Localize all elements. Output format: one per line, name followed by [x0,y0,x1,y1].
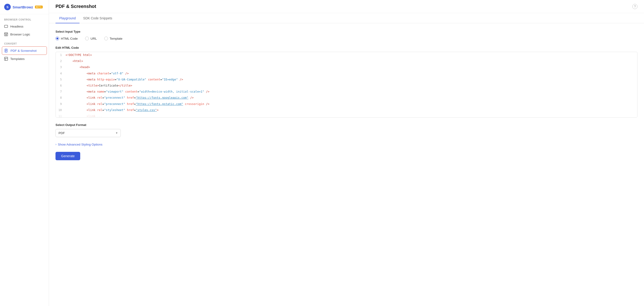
radio-template[interactable]: Template [104,36,122,40]
output-format-label: Select Output Format [56,123,638,127]
format-select[interactable]: PDF Screenshot (PNG) Screenshot (JPG) [56,129,121,137]
tabs: Playground SDK Code Snippets [49,13,644,23]
sidebar-item-templates[interactable]: Templates [0,55,49,63]
code-line-1: 1 <!DOCTYPE html> [56,52,637,58]
browser-control-section-label: BROWSER CONTROL [0,14,49,22]
logo-icon: S [4,4,11,10]
pdf-screenshot-icon [4,49,8,52]
code-line-9: 9 <link rel="preconnect" href="https://f… [56,101,637,107]
code-editor[interactable]: 1 <!DOCTYPE html> 2 <html> 3 <head> 4 <m… [56,52,638,118]
topbar: PDF & Screenshot ? [49,0,644,13]
radio-template-circle [104,36,108,40]
radio-url-circle [85,36,89,40]
generate-button[interactable]: Generate [56,152,80,160]
tab-sdk-snippets[interactable]: SDK Code Snippets [80,13,116,23]
tab-playground[interactable]: Playground [56,13,80,23]
content-area: Select Input Type HTML Code URL Template… [49,23,644,306]
svg-point-3 [6,34,7,36]
page-title: PDF & Screenshot [56,4,96,9]
chevron-right-icon: › [56,143,56,146]
radio-url-label: URL [90,37,97,40]
input-type-radio-group: HTML Code URL Template [56,36,638,40]
input-type-label: Select Input Type [56,30,638,33]
logo-badge: BETA [35,6,43,8]
sidebar-item-templates-label: Templates [10,57,25,61]
main-content: PDF & Screenshot ? Playground SDK Code S… [49,0,644,306]
radio-template-label: Template [110,37,122,40]
code-line-4: 4 <meta charset="utf-8" /> [56,70,637,76]
svg-rect-0 [4,25,8,28]
radio-html-code-label: HTML Code [61,37,78,40]
code-line-10: 10 <link rel="stylesheet" href="styles.c… [56,107,637,113]
code-line-11: 11 <link ... [56,113,637,117]
sidebar-item-browser-logic-label: Browser Logic [10,33,30,36]
format-select-wrapper: PDF Screenshot (PNG) Screenshot (JPG) ▼ [56,129,121,137]
browser-logic-icon [4,32,8,36]
app-logo: S SmartBrowz BETA [0,0,49,14]
sidebar-item-pdf-screenshot[interactable]: PDF & Screenshot [2,46,47,55]
svg-rect-8 [4,57,8,60]
code-editor-label: Edit HTML Code [56,46,638,50]
radio-html-code-circle [56,36,59,40]
help-icon[interactable]: ? [632,4,638,9]
advanced-toggle-label: Show Advanced Styling Options [58,143,102,146]
sidebar-item-headless-label: Headless [10,25,23,28]
sidebar-item-headless[interactable]: Headless [0,22,49,30]
radio-url[interactable]: URL [85,36,97,40]
code-line-8: 8 <link rel="preconnect" href="https://f… [56,95,637,101]
sidebar-item-browser-logic[interactable]: Browser Logic [0,30,49,38]
convert-section-label: CONVERT [0,38,49,46]
headless-icon [4,24,8,28]
sidebar: S SmartBrowz BETA BROWSER CONTROL Headle… [0,0,49,306]
code-line-5: 5 <meta http-equiv="X-UA-Compatible" con… [56,76,637,82]
code-line-3: 3 <head> [56,64,637,70]
templates-icon [4,57,8,61]
code-line-2: 2 <html> [56,58,637,64]
advanced-styling-toggle[interactable]: › Show Advanced Styling Options [56,143,638,146]
code-line-7: 7 <meta name="viewport" content="width=d… [56,89,637,95]
radio-html-code[interactable]: HTML Code [56,36,78,40]
logo-text: SmartBrowz [12,5,33,9]
sidebar-item-pdf-screenshot-label: PDF & Screenshot [10,49,36,52]
code-line-6: 6 <title>Certificate</title> [56,82,637,89]
